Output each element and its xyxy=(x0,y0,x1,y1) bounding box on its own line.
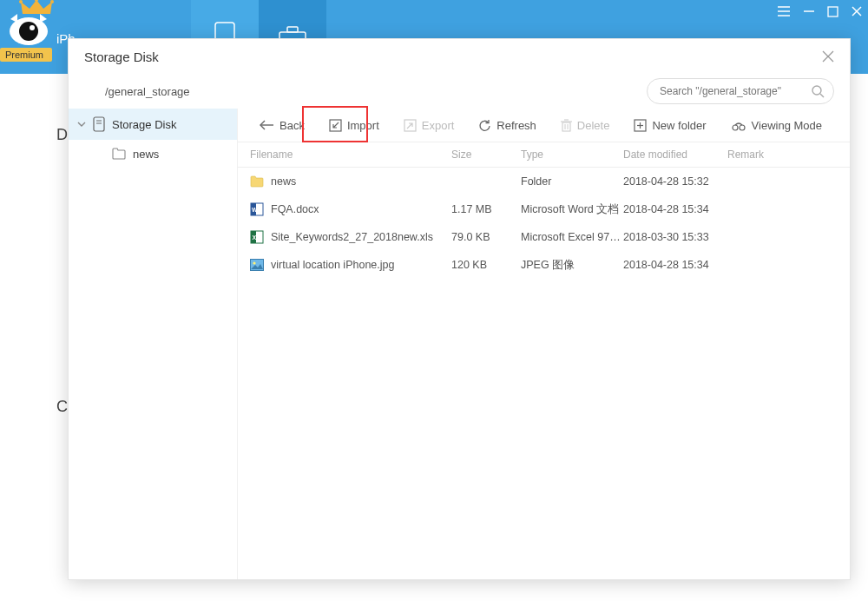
menu-icon[interactable] xyxy=(777,5,791,17)
xls-icon: X xyxy=(250,230,264,244)
svg-point-1 xyxy=(35,0,38,2)
tree-root-label: Storage Disk xyxy=(112,118,176,131)
tree-root-storage-disk[interactable]: Storage Disk xyxy=(69,109,237,140)
file-list: newsFolder2018-04-28 15:32WFQA.docx1.17 … xyxy=(238,168,850,279)
device-icon xyxy=(93,116,105,132)
toolbar: Back Import Export Refresh Delete xyxy=(238,109,850,142)
jpg-icon xyxy=(250,258,264,272)
svg-point-37 xyxy=(740,125,745,130)
maximize-icon[interactable] xyxy=(827,6,838,17)
col-header-remark[interactable]: Remark xyxy=(727,149,850,161)
folder-icon xyxy=(112,148,126,160)
breadcrumb: /general_storage xyxy=(105,85,190,98)
eye-icon xyxy=(9,12,49,47)
table-row[interactable]: WFQA.docx1.17 MBMicrosoft Word 文档2018-04… xyxy=(238,195,850,223)
app-logo: Premium xyxy=(0,0,78,59)
file-size: 120 KB xyxy=(451,259,521,271)
search-input[interactable] xyxy=(660,85,811,97)
svg-line-21 xyxy=(820,94,824,97)
import-icon xyxy=(329,119,342,132)
file-type: Microsoft Excel 97-20 xyxy=(521,231,623,243)
chevron-down-icon xyxy=(77,120,86,129)
back-arrow-icon xyxy=(259,120,274,130)
folder-icon xyxy=(250,175,264,188)
dialog-header: Storage Disk xyxy=(69,39,850,74)
table-row[interactable]: newsFolder2018-04-28 15:32 xyxy=(238,168,850,195)
file-name: Site_Keywords2_27_2018new.xls xyxy=(271,231,433,243)
dialog-title: Storage Disk xyxy=(84,50,159,64)
search-box[interactable] xyxy=(647,78,834,104)
col-header-filename[interactable]: Filename xyxy=(250,149,451,161)
svg-text:W: W xyxy=(252,207,258,213)
close-icon xyxy=(822,50,834,63)
export-button: Export xyxy=(395,113,464,137)
bg-letter-2: C xyxy=(56,398,68,416)
svg-rect-9 xyxy=(287,27,298,32)
svg-point-45 xyxy=(253,261,255,264)
svg-point-36 xyxy=(733,125,738,130)
delete-label: Delete xyxy=(577,119,610,132)
file-date: 2018-04-28 15:34 xyxy=(623,259,727,271)
new-folder-button[interactable]: New folder xyxy=(625,113,714,137)
viewing-mode-icon xyxy=(731,119,746,131)
table-header: Filename Size Type Date modified Remark xyxy=(238,142,850,168)
import-button[interactable]: Import xyxy=(320,113,388,137)
new-folder-icon xyxy=(634,119,647,132)
svg-point-5 xyxy=(30,25,35,30)
back-label: Back xyxy=(279,119,305,132)
table-row[interactable]: virtual location iPhone.jpg120 KBJPEG 图像… xyxy=(238,251,850,279)
file-size: 1.17 MB xyxy=(451,203,521,215)
svg-point-2 xyxy=(50,0,54,3)
tree-child-news[interactable]: news xyxy=(69,140,237,168)
folder-tree: Storage Disk news xyxy=(69,109,238,579)
refresh-label: Refresh xyxy=(496,119,536,132)
svg-rect-22 xyxy=(94,117,104,131)
file-name: news xyxy=(271,175,296,188)
svg-point-20 xyxy=(812,86,821,95)
col-header-date[interactable]: Date modified xyxy=(623,149,727,161)
viewing-mode-label: Viewing Mode xyxy=(752,119,822,132)
svg-text:X: X xyxy=(253,234,257,241)
file-name: virtual location iPhone.jpg xyxy=(271,259,394,271)
content-pane: Back Import Export Refresh Delete xyxy=(238,109,850,579)
file-type: Folder xyxy=(521,175,623,188)
tree-child-label: news xyxy=(133,148,159,161)
bg-letter-1: D xyxy=(56,126,68,144)
col-header-size[interactable]: Size xyxy=(451,149,521,161)
storage-disk-dialog: Storage Disk /general_storage Storage Di… xyxy=(68,38,851,580)
refresh-button[interactable]: Refresh xyxy=(470,113,545,137)
refresh-icon xyxy=(478,119,491,132)
close-icon[interactable] xyxy=(851,5,863,17)
docx-icon: W xyxy=(250,202,264,216)
file-date: 2018-04-28 15:32 xyxy=(623,175,727,188)
file-date: 2018-04-28 15:34 xyxy=(623,203,727,215)
svg-point-0 xyxy=(19,0,23,3)
trash-icon xyxy=(561,119,572,132)
import-label: Import xyxy=(347,119,379,132)
file-date: 2018-03-30 15:33 xyxy=(623,231,727,243)
svg-rect-15 xyxy=(828,7,838,17)
file-type: JPEG 图像 xyxy=(521,258,623,273)
new-folder-label: New folder xyxy=(652,119,706,132)
search-icon xyxy=(811,84,825,98)
window-controls xyxy=(777,5,863,17)
export-icon xyxy=(404,119,417,132)
svg-point-4 xyxy=(19,22,38,41)
file-type: Microsoft Word 文档 xyxy=(521,202,623,217)
dialog-close-button[interactable] xyxy=(822,50,834,63)
file-name: FQA.docx xyxy=(271,203,319,215)
svg-rect-28 xyxy=(562,122,570,131)
back-button[interactable]: Back xyxy=(250,113,313,137)
export-label: Export xyxy=(422,119,455,132)
delete-button: Delete xyxy=(552,113,619,137)
table-row[interactable]: XSite_Keywords2_27_2018new.xls79.0 KBMic… xyxy=(238,223,850,251)
premium-badge: Premium xyxy=(0,48,52,62)
viewing-mode-button[interactable]: Viewing Mode xyxy=(722,113,831,137)
col-header-type[interactable]: Type xyxy=(521,149,623,161)
path-row: /general_storage xyxy=(69,74,850,109)
file-size: 79.0 KB xyxy=(451,231,521,243)
minimize-icon[interactable] xyxy=(803,5,815,17)
